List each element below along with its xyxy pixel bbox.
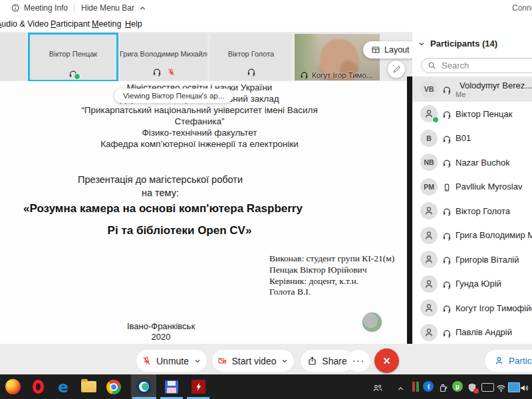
hide-menu-bar-button[interactable]: Hide Menu Bar [81, 3, 147, 13]
slide-credits-line: Пенцак Віктор Юрійович [269, 265, 394, 276]
headset-icon [442, 83, 452, 95]
usb-device-icon[interactable] [438, 381, 448, 393]
participant-row[interactable]: Гунда Юрій [412, 272, 532, 297]
status-dot [74, 73, 80, 80]
avatar [420, 324, 438, 341]
headset-icon [442, 229, 452, 241]
slide-header-line: Стефаника” [27, 116, 372, 127]
display-icon[interactable] [508, 382, 520, 392]
unmute-button[interactable]: Unmute [136, 350, 207, 372]
participants-header[interactable]: Participants (14) [418, 39, 497, 49]
file-explorer-icon [81, 381, 96, 392]
layout-button-label: Layout [384, 45, 410, 55]
slide-year: 2020 [108, 332, 214, 342]
person-icon [424, 303, 434, 313]
utorrent-icon[interactable]: µ [452, 381, 463, 392]
bluetooth-icon[interactable] [423, 381, 434, 392]
share-button[interactable]: Share [301, 350, 354, 372]
slide-subtitle-line: Презентація до магістерської роботи [41, 173, 280, 186]
start-video-button[interactable]: Start video [212, 350, 294, 372]
show-hidden-icons-chevron[interactable] [396, 382, 405, 394]
avatar [420, 299, 438, 317]
taskbar-zoom-active[interactable] [131, 374, 156, 399]
opera-icon [33, 380, 44, 394]
participant-row[interactable]: Віктор Пенцак [412, 102, 532, 126]
info-icon [11, 3, 20, 13]
participant-name: Григорів Віталій [456, 255, 519, 265]
window-edge-divider [407, 76, 412, 344]
chevron-up-icon [138, 4, 147, 13]
annotate-button[interactable] [388, 61, 405, 78]
chevron-down-icon[interactable] [281, 357, 289, 365]
taskbar-file-explorer[interactable] [76, 374, 101, 399]
search-input[interactable] [440, 60, 516, 71]
participants-list: VB Volodymyr Berez... Me Віктор Пенцак B [412, 76, 532, 344]
headset-icon [442, 278, 452, 290]
recorder-tray-icon[interactable] [412, 382, 419, 392]
chevron-down-icon[interactable] [194, 357, 201, 365]
battery-icon[interactable] [481, 383, 494, 392]
avatar: PM [420, 178, 438, 196]
participant-name: B01 [456, 133, 471, 143]
video-tile[interactable]: Віктор Голота [210, 34, 292, 80]
layout-button[interactable]: Layout [363, 41, 418, 59]
participant-row[interactable]: Когут Ігор Тимофійови [412, 296, 532, 321]
avatar: VB [420, 80, 438, 98]
meeting-info-label: Meeting Info [24, 3, 68, 13]
participant-row[interactable]: B B01 [412, 126, 532, 151]
mic-muted-icon [142, 356, 152, 366]
unmute-label: Unmute [156, 356, 189, 366]
participants-search[interactable] [421, 58, 532, 73]
headset-icon [442, 302, 452, 314]
slide-subtitle-block: Презентація до магістерської роботи на т… [41, 173, 280, 200]
menu-bar: Audio & Video Participant Meeting Help [0, 17, 532, 32]
avatar [420, 275, 438, 293]
slide-credits-block: Виконав: студент групи КІ-21(м) Пенцак В… [269, 253, 394, 298]
layout-grid-icon [371, 45, 380, 55]
headset-icon [152, 67, 162, 76]
wifi-icon[interactable] [496, 382, 506, 394]
status-dot [432, 116, 439, 123]
volume-icon[interactable] [519, 382, 529, 394]
participant-subtitle: Me [456, 90, 532, 98]
participant-row[interactable]: Григорів Віталій [412, 247, 532, 272]
phone-icon [442, 181, 452, 193]
participant-row[interactable]: PM Pavlliuk Myroslav [412, 175, 532, 200]
video-tile-active-speaker[interactable]: Віктор Пенцак [29, 34, 117, 80]
taskbar-backup-tool[interactable] [159, 374, 184, 399]
participant-row[interactable]: Павлів Андрій [412, 321, 532, 345]
chrome-icon [106, 380, 121, 394]
taskbar-antivirus[interactable] [186, 374, 211, 399]
taskbar-chrome[interactable] [101, 374, 126, 399]
floating-webcam-circle [362, 313, 382, 332]
floppy-disk-icon [165, 380, 178, 394]
menu-audio-video[interactable]: Audio & Video [0, 19, 49, 29]
participant-name: Павлів Андрій [456, 327, 512, 337]
menu-participant[interactable]: Participant [51, 19, 90, 29]
people-tray-icon[interactable] [372, 382, 383, 394]
headset-icon [442, 205, 452, 217]
participants-button[interactable]: Participa [485, 350, 532, 372]
menu-help[interactable]: Help [125, 19, 142, 29]
taskbar-edge[interactable]: e [51, 374, 76, 399]
taskbar-firefox[interactable] [0, 374, 25, 399]
video-tile-partial[interactable]: ansky [0, 34, 27, 80]
meeting-info-button[interactable]: Meeting Info [11, 3, 68, 13]
avatar: NB [420, 154, 438, 171]
leave-meeting-button[interactable] [374, 348, 399, 373]
participant-row[interactable]: NB Nazar Buchok [412, 150, 532, 175]
participant-row[interactable]: Віктор Голота [412, 199, 532, 223]
person-icon [424, 230, 434, 241]
menu-meeting[interactable]: Meeting [92, 19, 121, 29]
headset-icon [68, 67, 78, 79]
more-options-button[interactable]: ··· [346, 350, 370, 372]
participant-row[interactable]: Грига Володимир Мих [412, 223, 532, 248]
security-shield-alert-icon[interactable] [467, 381, 477, 393]
close-icon [381, 355, 392, 366]
video-tile[interactable]: Грига Володимир Михайло... [120, 34, 207, 80]
avatar [420, 251, 438, 268]
avatar [420, 227, 438, 244]
person-icon [494, 356, 504, 366]
taskbar-opera[interactable] [25, 374, 51, 399]
participant-row[interactable]: VB Volodymyr Berez... Me [412, 76, 532, 102]
